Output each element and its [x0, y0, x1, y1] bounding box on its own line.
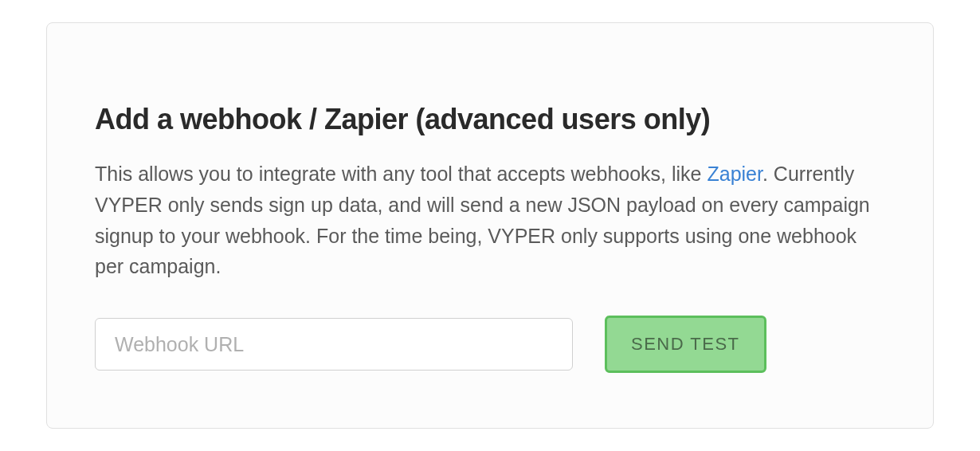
card-heading: Add a webhook / Zapier (advanced users o…	[95, 103, 885, 136]
description-text-pre: This allows you to integrate with any to…	[95, 163, 707, 185]
card-description: This allows you to integrate with any to…	[95, 159, 885, 282]
webhook-url-input[interactable]	[95, 318, 573, 371]
zapier-link[interactable]: Zapier	[707, 163, 762, 185]
webhook-card: Add a webhook / Zapier (advanced users o…	[46, 22, 934, 429]
send-test-button[interactable]: SEND TEST	[605, 316, 766, 373]
form-row: SEND TEST	[95, 316, 885, 373]
